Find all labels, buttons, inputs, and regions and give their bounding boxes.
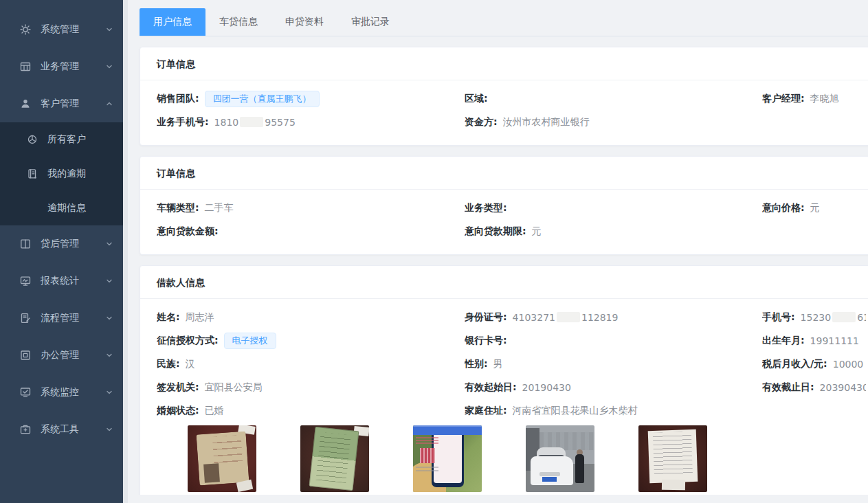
field-label: 意向贷款金额: bbox=[157, 225, 219, 238]
sidebar-item-post-loan[interactable]: 贷后管理 bbox=[0, 225, 128, 262]
credit-auth-tag: 电子授权 bbox=[224, 333, 276, 349]
tab-user-info[interactable]: 用户信息 bbox=[140, 8, 205, 36]
field-ethnicity: 民族: 汉 bbox=[157, 353, 465, 376]
sidebar-scrollbar[interactable] bbox=[123, 0, 128, 503]
tab-loan-docs[interactable]: 申贷资料 bbox=[271, 8, 337, 36]
field-empty bbox=[762, 111, 866, 134]
sidebar-item-business[interactable]: 业务管理 bbox=[0, 48, 128, 85]
field-value: 已婚 bbox=[205, 405, 224, 417]
field-label: 税后月收入/元: bbox=[762, 358, 827, 370]
sidebar-item-overdue-info[interactable]: 逾期信息 bbox=[0, 191, 128, 225]
chevron-down-icon bbox=[104, 25, 114, 34]
field-loan-amount: 意向贷款金额: bbox=[157, 220, 465, 243]
bank-book-photo[interactable] bbox=[300, 425, 369, 492]
user-icon bbox=[19, 98, 32, 110]
notebook-icon bbox=[26, 168, 38, 180]
sidebar-item-all-customers[interactable]: 所有客户 bbox=[0, 122, 128, 157]
person-car-photo[interactable] bbox=[526, 425, 594, 492]
chevron-down-icon bbox=[104, 62, 114, 71]
sidebar-item-monitor[interactable]: 系统监控 bbox=[0, 374, 128, 411]
field-id-number: 身份证号: 4103271112819 bbox=[465, 306, 762, 329]
sidebar-item-label: 客户管理 bbox=[41, 98, 79, 110]
book-icon bbox=[19, 238, 32, 250]
field-label: 资金方: bbox=[465, 116, 498, 128]
sidebar: 系统管理 业务管理 客户管理 所有客户 bbox=[0, 0, 128, 503]
field-value: 181095575 bbox=[214, 117, 296, 128]
sidebar-item-label: 逾期信息 bbox=[47, 202, 86, 214]
field-value: 20190430 bbox=[522, 382, 571, 393]
loan-intent-card: 订单信息 车辆类型: 二手车 业务类型: 意向价格: 元 意向贷款金额: 意向贷… bbox=[140, 156, 868, 255]
photo-item: 其他材料 bbox=[638, 425, 707, 495]
field-value: 19911111 bbox=[810, 335, 859, 346]
id-card-photo[interactable] bbox=[188, 425, 256, 492]
field-value: 汉 bbox=[186, 358, 195, 370]
sidebar-item-system[interactable]: 系统管理 bbox=[0, 11, 128, 48]
field-label: 身份证号: bbox=[465, 311, 507, 324]
order-info-card: 订单信息 销售团队: 四团一营（直属王鹏飞） 区域: 客户经理: 李晓旭 业务手… bbox=[140, 47, 868, 146]
field-address: 家庭住址: 河南省宜阳县花果山乡木柴村 bbox=[465, 399, 762, 423]
gear-icon bbox=[19, 23, 32, 36]
redaction-blur bbox=[240, 117, 263, 127]
photo-item: 银行卡照片 bbox=[300, 425, 369, 495]
field-label: 意向价格: bbox=[762, 202, 805, 214]
photo-item: 授权截图 bbox=[413, 425, 482, 495]
photo-item: 人车照 bbox=[526, 425, 594, 495]
chevron-down-icon bbox=[104, 350, 114, 360]
field-marital: 婚姻状态: 已婚 bbox=[157, 399, 465, 423]
customer-submenu: 所有客户 我的逾期 逾期信息 bbox=[0, 122, 128, 225]
field-label: 车辆类型: bbox=[157, 202, 199, 214]
tab-approval[interactable]: 审批记录 bbox=[337, 8, 403, 36]
field-value: 二手车 bbox=[205, 202, 234, 214]
document-photo[interactable] bbox=[638, 425, 707, 492]
sidebar-item-my-overdue[interactable]: 我的逾期 bbox=[0, 157, 128, 191]
square-icon bbox=[19, 349, 32, 361]
field-value: 周志洋 bbox=[186, 311, 214, 324]
field-gender: 性别: 男 bbox=[465, 353, 762, 376]
field-value: 20390430 bbox=[820, 382, 866, 393]
sidebar-item-label: 报表统计 bbox=[41, 275, 79, 287]
field-label: 客户经理: bbox=[762, 93, 805, 105]
redaction-blur bbox=[557, 312, 580, 322]
field-label: 性别: bbox=[465, 358, 488, 370]
chevron-down-icon bbox=[104, 388, 114, 397]
sidebar-item-customer[interactable]: 客户管理 bbox=[0, 85, 128, 122]
field-loan-term: 意向贷款期限: 元 bbox=[465, 220, 762, 243]
sales-team-tag[interactable]: 四团一营（直属王鹏飞） bbox=[205, 91, 320, 107]
field-label: 家庭住址: bbox=[465, 405, 507, 417]
field-value: 元 bbox=[532, 225, 542, 238]
document-photos: 身份证 银行卡照片 授权截图 bbox=[140, 423, 868, 495]
sidebar-item-office[interactable]: 办公管理 bbox=[0, 337, 128, 374]
field-price: 意向价格: 元 bbox=[762, 197, 866, 220]
field-label: 有效起始日: bbox=[465, 381, 517, 394]
sidebar-item-label: 系统工具 bbox=[41, 423, 79, 436]
field-manager: 客户经理: 李晓旭 bbox=[762, 87, 866, 111]
field-biz-phone: 业务手机号: 181095575 bbox=[157, 111, 465, 134]
sidebar-item-reports[interactable]: 报表统计 bbox=[0, 262, 128, 300]
main-content: 用户信息 车贷信息 申贷资料 审批记录 订单信息 销售团队: 四团一营（直属王鹏… bbox=[128, 0, 868, 495]
field-label: 征信授权方式: bbox=[157, 335, 219, 347]
sidebar-item-process[interactable]: 流程管理 bbox=[0, 300, 128, 337]
sidebar-item-label: 业务管理 bbox=[41, 60, 79, 73]
chevron-down-icon bbox=[104, 313, 114, 323]
sidebar-item-label: 系统监控 bbox=[41, 386, 79, 399]
auth-qr-photo[interactable] bbox=[413, 425, 482, 492]
field-label: 银行卡号: bbox=[465, 335, 507, 347]
tab-car-loan[interactable]: 车贷信息 bbox=[205, 8, 271, 36]
field-empty bbox=[762, 399, 866, 423]
pie-icon bbox=[26, 133, 38, 146]
field-valid-from: 有效起始日: 20190430 bbox=[465, 376, 762, 399]
field-value: 152306137 bbox=[801, 312, 866, 323]
chevron-down-icon bbox=[104, 239, 114, 249]
field-label: 意向贷款期限: bbox=[465, 225, 526, 238]
field-label: 出生年月: bbox=[762, 335, 805, 347]
field-value: 10000 bbox=[833, 359, 864, 370]
chevron-up-icon bbox=[104, 99, 114, 109]
field-issuer: 签发机关: 宜阳县公安局 bbox=[157, 376, 465, 399]
sidebar-item-label: 我的逾期 bbox=[47, 168, 86, 180]
sidebar-item-tools[interactable]: 系统工具 bbox=[0, 411, 128, 448]
detail-tabbar: 用户信息 车贷信息 申贷资料 审批记录 bbox=[140, 8, 868, 36]
photo-item: 身份证 bbox=[188, 425, 256, 495]
toolbox-icon bbox=[19, 423, 32, 436]
monitor-check-icon bbox=[19, 386, 32, 399]
monitor-icon bbox=[19, 275, 32, 287]
